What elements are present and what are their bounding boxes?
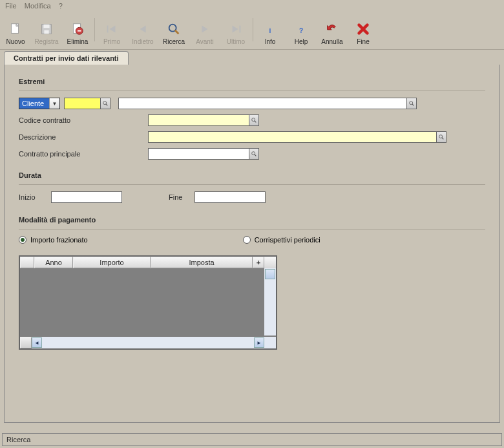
first-icon [104,21,120,37]
indietro-button: Indietro [127,14,158,45]
fine-label: Fine [169,193,194,201]
radio-label: Corrispettivi periodici [255,236,320,244]
menu-edit[interactable]: Modifica [25,2,51,10]
radio-importo-frazionato[interactable]: Importo frazionato [19,236,88,244]
codice-contratto-lookup[interactable] [148,114,259,126]
grid-body[interactable] [20,268,276,338]
cliente-code-lookup[interactable] [64,98,110,109]
svg-marker-10 [140,26,145,33]
cliente-desc-lookup[interactable] [118,98,485,109]
svg-rect-4 [44,30,48,34]
svg-rect-3 [43,25,49,28]
info-icon: i [262,21,278,37]
new-document-icon [8,21,23,37]
close-icon [355,21,371,37]
grid-header: Anno Importo Imposta + [20,257,276,268]
lookup-icon[interactable] [436,131,446,143]
descrizione-lookup[interactable] [148,131,485,143]
menu-file[interactable]: File [5,2,17,10]
help-button[interactable]: ? Help [286,14,317,45]
cliente-desc-input[interactable] [118,98,406,109]
inizio-input[interactable] [51,191,122,203]
undo-icon [324,21,340,37]
svg-line-29 [255,155,257,156]
svg-rect-15 [240,26,241,33]
svg-rect-8 [107,26,109,33]
registra-button: Registra [31,14,62,45]
forward-icon [197,21,213,37]
cliente-combo[interactable]: Cliente ▼ [19,98,60,109]
grid-col-anno[interactable]: Anno [34,257,73,268]
status-text: Ricerca [6,436,30,443]
content-panel: Estremi Cliente ▼ Codice contratto Descr… [4,65,500,423]
codice-contratto-input[interactable] [148,114,249,126]
svg-marker-9 [109,26,115,33]
radio-icon [243,236,251,244]
lookup-icon[interactable] [100,98,110,109]
radio-icon [19,236,26,244]
fine-input[interactable] [194,191,266,203]
svg-line-27 [442,138,444,140]
scroll-thumb[interactable] [265,269,275,279]
descrizione-input[interactable] [148,131,436,143]
menu-help[interactable]: ? [59,2,63,10]
cliente-code-input[interactable] [64,98,100,109]
svg-line-25 [255,121,257,123]
svg-line-12 [175,30,179,34]
nuovo-button[interactable]: Nuovo [0,14,31,45]
lookup-icon[interactable] [406,98,417,109]
save-icon [39,21,54,37]
back-icon [135,21,151,37]
primo-button: Primo [96,14,127,45]
grid-corner [264,337,276,348]
descrizione-label: Descrizione [19,133,148,141]
status-bar: Ricerca [2,433,502,446]
annulla-button[interactable]: Annulla [317,14,348,45]
grid-row-selector-header[interactable] [20,257,34,268]
radio-corrispettivi-periodici[interactable]: Corrispettivi periodici [243,236,320,244]
ultimo-button: Ultimo [220,14,251,45]
tab-strip: Contratti per invio dati rilevanti [0,50,504,65]
lookup-icon[interactable] [249,148,259,160]
elimina-button[interactable]: Elimina [62,14,93,45]
svg-marker-14 [233,26,238,33]
contratto-principale-label: Contratto principale [19,150,148,158]
data-grid[interactable]: Anno Importo Imposta + ◄ ► [19,255,277,350]
contratto-principale-lookup[interactable] [148,148,259,160]
vertical-scrollbar[interactable] [264,268,276,336]
svg-marker-13 [202,26,207,33]
search-icon [166,21,182,37]
scroll-track[interactable] [43,338,253,347]
svg-line-21 [106,104,108,106]
contratto-principale-input[interactable] [148,148,249,160]
grid-col-imposta[interactable]: Imposta [151,257,253,268]
fine-button[interactable]: Fine [348,14,379,45]
lookup-icon[interactable] [249,114,259,126]
grid-corner [20,337,32,348]
radio-label: Importo frazionato [30,236,88,244]
help-icon: ? [293,21,309,37]
cliente-combo-value: Cliente [19,98,49,109]
toolbar: Nuovo Registra Elimina Primo Indietro Ri… [0,12,504,50]
inizio-label: Inizio [19,193,51,201]
scroll-left-icon[interactable]: ◄ [32,337,42,348]
last-icon [228,21,244,37]
horizontal-scrollbar[interactable]: ◄ ► [32,337,264,348]
section-durata-title: Durata [19,171,485,179]
svg-text:?: ? [299,27,303,34]
menu-bar: File Modifica ? [0,0,504,12]
codice-contratto-label: Codice contratto [19,116,148,124]
avanti-button: Avanti [189,14,220,45]
grid-add-column-button[interactable]: + [253,257,264,268]
chevron-down-icon[interactable]: ▼ [49,98,59,109]
svg-text:i: i [269,27,271,34]
info-button[interactable]: i Info [255,14,286,45]
ricerca-button[interactable]: Ricerca [158,14,189,45]
section-estremi-title: Estremi [19,78,485,85]
tab-contratti[interactable]: Contratti per invio dati rilevanti [4,51,129,65]
grid-col-importo[interactable]: Importo [73,257,151,268]
delete-icon [70,21,85,37]
svg-line-23 [412,104,414,106]
scroll-right-icon[interactable]: ► [254,337,264,348]
section-pagamento-title: Modalità di pagamento [19,216,485,224]
